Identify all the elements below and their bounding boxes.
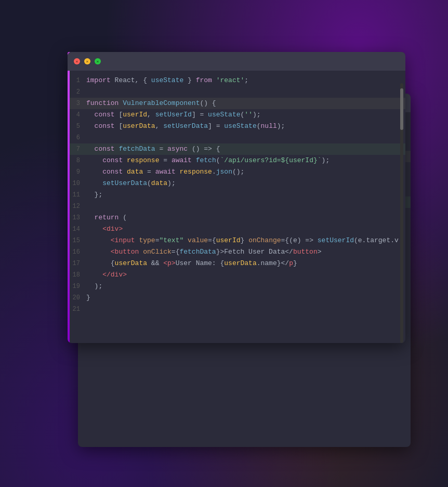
line-content: return (	[86, 212, 405, 223]
code-line: 18 </div>	[68, 269, 405, 281]
code-line: 20}	[68, 292, 405, 304]
window-front: × × × 1import React, { useState } from '…	[68, 52, 405, 343]
line-content: const [userId, setUserId] = useState('')…	[86, 109, 405, 121]
line-content	[86, 132, 405, 143]
code-line: 17 {userData && <p>User Name: {userData.…	[68, 258, 405, 269]
dot-maximize[interactable]: ×	[95, 58, 101, 64]
code-line: 5 const [userData, setUserData] = useSta…	[68, 121, 405, 132]
line-number: 10	[68, 178, 86, 189]
line-content: <div>	[86, 223, 405, 235]
code-line: 4 const [userId, setUserId] = useState('…	[68, 109, 405, 121]
line-number: 4	[68, 109, 86, 121]
titlebar-front: × × ×	[68, 52, 405, 71]
line-content: }	[86, 292, 405, 304]
code-line: 3function VulnerableComponent() {	[68, 98, 405, 109]
code-line: 21	[68, 304, 405, 315]
code-line: 19 );	[68, 281, 405, 292]
line-number: 9	[68, 166, 86, 178]
code-line: 1import React, { useState } from 'react'…	[68, 75, 405, 86]
line-content: import React, { useState } from 'react';	[86, 75, 405, 86]
line-number: 16	[68, 246, 86, 258]
code-line: 8 const response = await fetch(`/api/use…	[68, 155, 405, 166]
line-number: 18	[68, 269, 86, 281]
line-content: function VulnerableComponent() {	[86, 98, 405, 109]
code-line: 2	[68, 86, 405, 98]
line-content: };	[86, 189, 405, 201]
line-content: setUserData(data);	[86, 178, 405, 189]
line-number: 1	[68, 75, 86, 86]
scrollbar[interactable]	[400, 83, 403, 343]
line-number: 8	[68, 155, 86, 166]
line-content: const fetchData = async () => {	[86, 143, 405, 155]
code-line: 6	[68, 132, 405, 143]
line-number: 15	[68, 235, 86, 246]
line-content	[86, 86, 405, 98]
line-number: 17	[68, 258, 86, 269]
line-content	[86, 304, 405, 315]
line-content: const response = await fetch(`/api/users…	[86, 155, 405, 166]
line-content: const [userData, setUserData] = useState…	[86, 121, 405, 132]
line-number: 6	[68, 132, 86, 143]
code-line: 11 };	[68, 189, 405, 201]
code-line: 14 <div>	[68, 223, 405, 235]
line-number: 14	[68, 223, 86, 235]
dot-minimize[interactable]: ×	[84, 58, 90, 64]
line-number: 21	[68, 304, 86, 315]
code-line: 15 <input type="text" value={userId} onC…	[68, 235, 405, 246]
line-content: );	[86, 281, 405, 292]
code-line: 13 return (	[68, 212, 405, 223]
scrollbar-thumb[interactable]	[400, 88, 403, 130]
line-number: 20	[68, 292, 86, 304]
line-content: const data = await response.json();	[86, 166, 405, 178]
line-content: <button onClick={fetchData}>Fetch User D…	[86, 246, 405, 258]
line-number: 19	[68, 281, 86, 292]
line-content: <input type="text" value={userId} onChan…	[86, 235, 405, 246]
window-container: 1import React, { useState } from 'react'…	[68, 52, 416, 463]
code-line: 16 <button onClick={fetchData}>Fetch Use…	[68, 246, 405, 258]
line-number: 12	[68, 201, 86, 212]
line-number: 7	[68, 143, 86, 155]
code-line: 9 const data = await response.json();	[68, 166, 405, 178]
line-content	[86, 201, 405, 212]
line-number: 13	[68, 212, 86, 223]
line-content: </div>	[86, 269, 405, 281]
line-number: 5	[68, 121, 86, 132]
line-number: 11	[68, 189, 86, 201]
code-line: 7 const fetchData = async () => {	[68, 143, 405, 155]
code-line: 12	[68, 201, 405, 212]
front-code-area: 1import React, { useState } from 'react'…	[68, 71, 405, 319]
dot-close[interactable]: ×	[74, 58, 80, 64]
code-line: 10 setUserData(data);	[68, 178, 405, 189]
line-number: 3	[68, 98, 86, 109]
line-content: {userData && <p>User Name: {userData.nam…	[86, 258, 405, 269]
line-number: 2	[68, 86, 86, 98]
